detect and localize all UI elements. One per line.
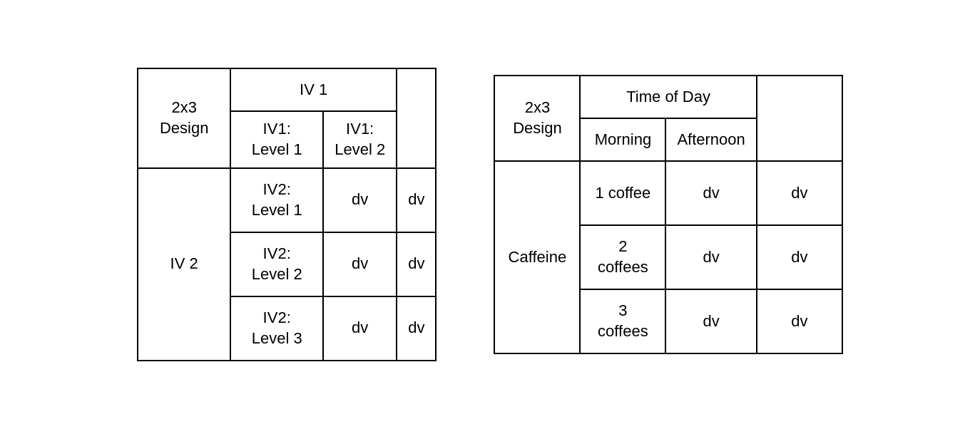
table2-afternoon: Afternoon [665,118,756,161]
table2-dv-1-2: dv [757,161,842,225]
table2-level2: 2coffees [580,225,665,289]
table2: 2x3Design Time of Day Morning Afternoon … [494,75,842,354]
table1-dv-2-2: dv [397,232,436,296]
table1-iv2-level1: IV2:Level 1 [230,168,323,232]
table2-dv-1-1: dv [665,161,756,225]
table1-dv-2-1: dv [323,232,397,296]
table1-dv-1-2: dv [397,168,436,232]
table1-iv1-level2: IV1:Level 2 [323,111,397,167]
table2-iv1-header: Time of Day [580,76,756,118]
table2-dv-2-2: dv [757,225,842,289]
table2-level1: 1 coffee [580,161,665,225]
table1-title: 2x3Design [138,68,230,167]
table1-iv2-label: IV 2 [138,168,230,361]
table2-title: 2x3Design [494,76,580,161]
table1-iv1-header: IV 1 [230,68,397,111]
table1-dv-1-1: dv [323,168,397,232]
table1-iv2-level3: IV2:Level 3 [230,296,323,361]
table2-morning: Morning [580,118,665,161]
table1-iv1-level1: IV1:Level 1 [230,111,323,167]
table2-dv-3-1: dv [665,289,756,353]
table2-dv-2-1: dv [665,225,756,289]
table1: 2x3Design IV 1 IV1:Level 1 IV1:Level 2 I… [137,68,437,361]
table2-caffeine-label: Caffeine [494,161,580,353]
table1-dv-3-1: dv [323,296,397,361]
table2-dv-3-2: dv [757,289,842,353]
table1-dv-3-2: dv [397,296,436,361]
table1-iv2-level2: IV2:Level 2 [230,232,323,296]
table2-level3: 3coffees [580,289,665,353]
